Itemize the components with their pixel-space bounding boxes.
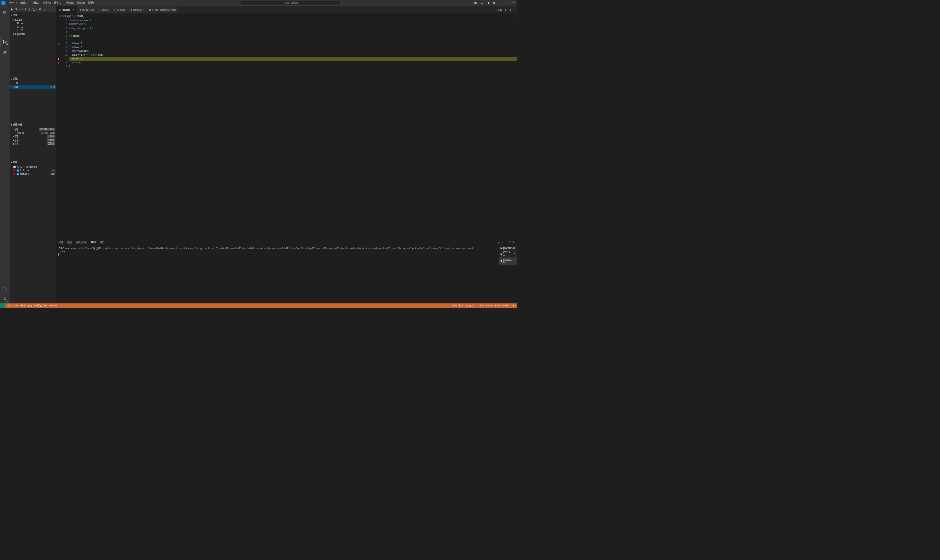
step-out-icon[interactable]: ↑ <box>22 8 23 11</box>
bp-row[interactable]: test.cpp7 <box>9 168 56 172</box>
search-icon[interactable]: ⌕ <box>0 17 9 27</box>
command-center[interactable]: ⌕ test_vscode <box>241 1 342 5</box>
terminal-dropdown-icon[interactable]: ⌄ <box>501 241 504 244</box>
thread-row[interactable]: ▸[4]已暂停 <box>9 142 56 146</box>
status-encoding[interactable]: UTF-8 <box>476 304 483 307</box>
code-editor[interactable]: ▶ 12345678910111213 #include<iostream> #… <box>56 19 517 239</box>
restart-icon[interactable]: ↻ <box>25 8 28 11</box>
panel-tab-debug-console[interactable]: 调试控制台 <box>76 240 88 245</box>
split-icon[interactable]: ◫ <box>509 8 511 11</box>
panel-tab-output[interactable]: 输出 <box>67 240 72 245</box>
variables-section[interactable]: ▾变量 <box>9 12 56 18</box>
breadcrumb[interactable]: ⊕ test.cpp › ⊙ main() <box>56 13 517 18</box>
breakpoint-icon[interactable] <box>58 62 60 64</box>
menu-help[interactable]: 帮助(H) <box>87 0 98 6</box>
code-content[interactable]: #include<iostream> #include"add.h" using… <box>69 19 517 239</box>
new-terminal-icon[interactable]: ＋ <box>497 241 500 244</box>
tab-tasks-json[interactable]: {}tasks.json <box>128 6 147 14</box>
menu-select[interactable]: 选择(S) <box>30 0 41 6</box>
extensions-icon[interactable]: ▣ <box>0 47 9 56</box>
terminal[interactable]: PS C:\test_vscode> & 'c:\Users\许世荣\.vsco… <box>56 246 517 303</box>
menu-terminal[interactable]: 终端(T) <box>75 0 86 6</box>
status-lang[interactable]: C++ <box>495 304 500 307</box>
remote-icon[interactable]: ⇄ <box>0 303 5 308</box>
terminal-item[interactable]: ⬢cppdbg: tes... <box>499 257 517 265</box>
run-debug-icon[interactable]: ▷ <box>0 37 9 46</box>
status-errors[interactable]: ⊘ 0 ⚠ 0 <box>8 304 18 307</box>
debug-config-gear-icon[interactable]: ⚙ <box>39 8 41 11</box>
bp-checkbox[interactable] <box>17 173 19 175</box>
layout-sidebar-right-icon[interactable]: ◨ <box>486 2 490 5</box>
window-maximize-icon[interactable]: ▢ <box>504 2 509 5</box>
bp-checkbox[interactable] <box>17 169 19 172</box>
thread-row[interactable]: ▸[2]已暂停 <box>9 135 56 138</box>
menu-view[interactable]: 查看(V) <box>41 0 52 6</box>
continue-icon[interactable]: ▶ <box>11 8 13 11</box>
source-control-icon[interactable]: ⑂ <box>0 27 9 37</box>
panel-tab-ports[interactable]: 端口 <box>100 240 105 245</box>
status-spaces[interactable]: 空格: 4 <box>466 304 474 308</box>
status-line-col[interactable]: 行 11, 列 1 <box>452 304 463 308</box>
bp-exceptions[interactable]: All C++ Exceptions <box>9 165 56 168</box>
step-into-icon[interactable]: ↓ <box>19 8 20 11</box>
nav-forward-icon[interactable]: → <box>235 2 239 5</box>
nav-back-icon[interactable]: ← <box>230 2 234 5</box>
debug-config-dropdown[interactable]: 动 ∨ <box>32 8 37 11</box>
variable-row[interactable]: a: 10 <box>9 21 56 25</box>
terminal-item[interactable]: ▣C/C++: ...✓ <box>499 250 517 257</box>
layout-customize-icon[interactable]: ▦ <box>492 2 497 5</box>
tab-add-h[interactable]: Cadd.h <box>97 6 111 14</box>
bp-row[interactable]: test.cpp12 <box>9 172 56 176</box>
locals-group[interactable]: ▾ Locals <box>9 18 56 21</box>
menu-edit[interactable]: 编辑(E) <box>18 0 30 6</box>
window-minimize-icon[interactable]: — <box>498 2 503 5</box>
watch-row[interactable]: b: 15✎✕ <box>9 85 56 89</box>
settings-icon[interactable]: ⚙ <box>0 294 9 303</box>
maximize-panel-icon[interactable]: ⌃ <box>509 241 511 244</box>
panel-tab-terminal[interactable]: 终端 <box>91 240 96 245</box>
status-debug[interactable]: ▷ (gdb) 启动 (test_vscode) <box>28 304 57 308</box>
breakpoints-section[interactable]: ▾断点 <box>9 160 56 165</box>
thread-row[interactable]: ▸[3]已暂停 <box>9 138 56 142</box>
edit-icon[interactable]: ✎ <box>50 86 52 88</box>
account-icon[interactable]: ◯ <box>0 284 9 294</box>
step-over-icon[interactable]: ↷ <box>15 8 17 11</box>
callstack-section[interactable]: ▾调用堆栈 <box>9 122 56 127</box>
run-icon[interactable]: ▷⚙ <box>498 8 502 11</box>
status-os[interactable]: Win32 <box>503 304 510 307</box>
more-icon[interactable]: ⋯ <box>43 8 45 11</box>
close-panel-icon[interactable]: ✕ <box>513 241 515 244</box>
menu-run[interactable]: 运行(R) <box>64 0 75 6</box>
delete-icon[interactable]: ✕ <box>53 86 55 88</box>
tab-test-cpp[interactable]: ⊕test.cpp✕ <box>56 6 77 14</box>
terminal-item[interactable]: ▣powershell <box>499 246 517 250</box>
tab-launch-json[interactable]: {}launch.json <box>77 6 97 14</box>
watch-row[interactable]: a: 10 <box>9 82 56 85</box>
status-notifications-icon[interactable]: 🔔 <box>512 304 515 307</box>
layout-sidebar-icon[interactable]: ◧ <box>473 2 478 5</box>
stack-frame[interactable]: main()test.cpp11:1 <box>9 131 56 135</box>
gutter[interactable]: ▶ <box>56 19 61 239</box>
breakpoint-icon[interactable] <box>58 43 60 45</box>
watch-section[interactable]: ▾监视 <box>9 76 56 82</box>
window-close-icon[interactable]: ✕ <box>511 2 516 5</box>
settings-icon[interactable]: ⚙ <box>504 8 507 11</box>
panel-tab-problems[interactable]: 问题 <box>59 240 63 245</box>
registers-group[interactable]: ▸ Registers <box>9 32 56 36</box>
tab-cpp-props[interactable]: {}c_cpp_properties.json <box>147 6 179 14</box>
status-eol[interactable]: CRLF <box>486 304 492 307</box>
menu-goto[interactable]: 转到(G) <box>52 0 64 6</box>
thread-row[interactable]: ▾[1]因 STEP 已暂停 <box>9 127 56 131</box>
stop-icon[interactable]: ■ <box>29 8 31 11</box>
minimap-icon[interactable]: ≡ <box>514 20 516 22</box>
status-ports[interactable]: 📡 0 <box>20 304 25 307</box>
layout-panel-icon[interactable]: ▭ <box>479 2 484 5</box>
close-icon[interactable]: ✕ <box>72 8 74 11</box>
explorer-icon[interactable]: 🗎 <box>0 8 9 17</box>
bp-checkbox[interactable] <box>13 166 16 168</box>
variable-row[interactable]: c: 25 <box>9 29 56 32</box>
tab-add-cpp[interactable]: ⊕add.cpp <box>111 6 128 14</box>
variable-row[interactable]: b: 15 <box>9 25 56 29</box>
more-icon[interactable]: ⋯ <box>505 241 507 244</box>
menu-file[interactable]: 文件(F) <box>7 0 18 6</box>
